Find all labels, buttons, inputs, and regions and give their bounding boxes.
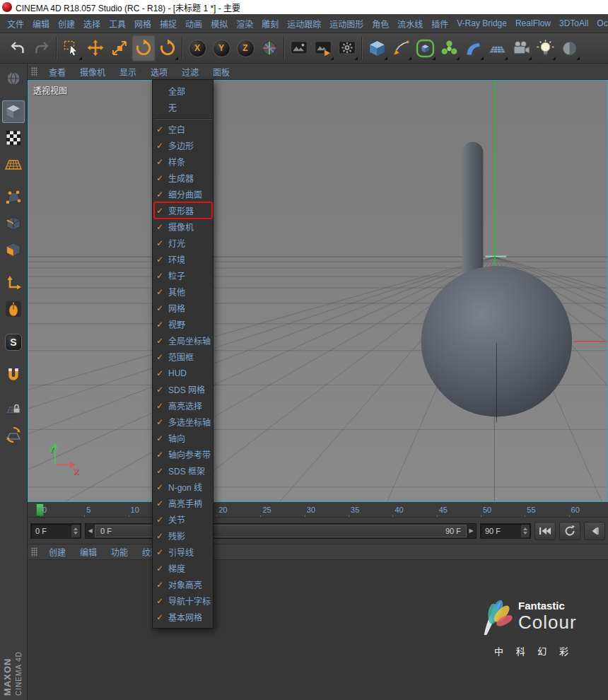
x-axis-lock-button[interactable]: X [185, 35, 209, 62]
viewport-menu-item[interactable]: 过滤 [175, 66, 206, 78]
deformer-button[interactable] [461, 35, 485, 62]
render-settings-button[interactable] [335, 35, 359, 62]
undo-button[interactable] [6, 35, 30, 62]
environment-floor-button[interactable] [485, 35, 509, 62]
menubar-item[interactable]: 动画 [181, 18, 206, 30]
material-menu-item[interactable]: 功能 [104, 546, 135, 558]
y-axis-lock-button[interactable]: Y [209, 35, 233, 62]
filter-menu-item[interactable]: ✓ 轴向参考带 [153, 446, 213, 462]
menubar-item[interactable]: 渲染 [232, 18, 257, 30]
redo-button[interactable] [30, 35, 54, 62]
z-axis-lock-button[interactable]: Z [233, 35, 257, 62]
perspective-viewport[interactable]: 透视视图 Y X [28, 80, 608, 502]
filter-menu-item[interactable]: ✓ 粒子 [153, 267, 213, 284]
filter-menu-item[interactable]: ✓ 对象高亮 [153, 576, 213, 593]
workplane-mode-button[interactable] [2, 153, 25, 175]
viewport-menu-item[interactable]: 显示 [112, 66, 144, 78]
stepper-down-icon[interactable] [74, 532, 78, 535]
menubar-item[interactable]: 创建 [54, 18, 79, 30]
menubar-item[interactable]: Octane [592, 18, 608, 28]
filter-menu-item[interactable]: ✓ 细分曲面 [153, 186, 213, 202]
filter-menu-item[interactable]: ✓ SDS 网格 [153, 381, 213, 397]
menubar-item[interactable]: 网格 [130, 18, 156, 30]
light-button[interactable] [533, 35, 557, 62]
filter-menu-item[interactable]: ✓ 生成器 [153, 170, 213, 186]
menubar-item[interactable]: 文件 [3, 18, 28, 30]
filter-menu-item[interactable]: ✓ HUD [153, 365, 213, 381]
filter-menu-item[interactable]: ✓ N-gon 线 [153, 479, 213, 495]
play-mode-button[interactable] [559, 522, 580, 540]
filter-menu-item[interactable]: ✓ 视野 [153, 316, 213, 332]
filter-menu-item[interactable]: ✓ 样条 [153, 153, 213, 170]
filter-menu-item[interactable]: ✓ 关节 [153, 511, 213, 527]
axis-mode-button[interactable] [2, 272, 25, 294]
snap-toggle-button[interactable]: S [2, 331, 25, 354]
material-manager-area[interactable]: Fantastic Colour 中 科 幻 彩 [28, 560, 608, 700]
filter-menu-item[interactable]: ✓ 多选坐标轴 [153, 414, 213, 430]
scale-tool-button[interactable] [107, 35, 131, 62]
menubar-item[interactable]: V-Ray Bridge [452, 18, 511, 28]
stepper-up-icon[interactable] [74, 527, 78, 530]
filter-menu-item[interactable]: ✓ 高亮选择 [153, 397, 213, 414]
material-menu-item[interactable]: 创建 [42, 546, 73, 558]
range-left-arrow-icon[interactable]: ◀ [86, 527, 95, 534]
end-frame-input[interactable]: 90 F [480, 523, 531, 539]
live-selection-button[interactable] [59, 35, 83, 62]
go-to-start-button[interactable] [534, 522, 556, 540]
filter-menu-item[interactable]: ✓ 全部 [153, 83, 213, 99]
frame-range-slider[interactable]: ◀ 0 F 90 F ▶ [85, 523, 477, 539]
frame-stepper[interactable] [71, 525, 80, 537]
make-editable-button[interactable] [2, 67, 25, 90]
mograph-cloner-button[interactable] [437, 35, 461, 62]
interactive-workplane-button[interactable] [2, 424, 25, 446]
menubar-item[interactable]: 角色 [368, 18, 393, 30]
frame-stepper[interactable] [521, 525, 530, 537]
menubar-item[interactable]: 雕刻 [257, 18, 283, 30]
model-mode-button[interactable] [2, 100, 25, 123]
capsule-object[interactable] [462, 142, 484, 283]
menubar-item[interactable]: 3DToAll [555, 18, 592, 28]
menubar-item[interactable]: 插件 [427, 18, 452, 30]
subdivision-surface-button[interactable] [413, 35, 437, 62]
filter-menu-item[interactable]: ✓ 轴向 [153, 430, 213, 446]
recent-tool-button[interactable] [156, 35, 180, 62]
filter-menu-item[interactable]: ✓ 灯光 [153, 235, 213, 251]
filter-menu-item[interactable]: ✓ 网格 [153, 300, 213, 316]
grip-handle-icon[interactable] [31, 67, 37, 76]
menubar-item[interactable]: 选择 [79, 18, 105, 30]
timeline-ruler[interactable]: 051015202530354045505560 [28, 502, 608, 518]
previous-frame-button[interactable] [584, 522, 605, 540]
render-picture-viewer-button[interactable] [311, 35, 335, 62]
edges-mode-button[interactable] [2, 212, 25, 235]
filter-menu-item[interactable]: ✓ 变形器 [153, 202, 213, 218]
menubar-item[interactable]: RealFlow [511, 18, 555, 28]
magnet-snap-button[interactable] [2, 364, 25, 387]
render-view-button[interactable] [287, 35, 311, 62]
camera-button[interactable] [509, 35, 533, 62]
add-cube-button[interactable] [365, 35, 389, 62]
coordinate-system-button[interactable] [257, 35, 281, 62]
points-mode-button[interactable] [2, 186, 25, 209]
viewport-menu-item[interactable]: 选项 [144, 66, 175, 78]
texture-mode-button[interactable] [2, 127, 25, 149]
filter-menu-item[interactable]: ✓ 梯度 [153, 560, 213, 576]
viewport-solo-button[interactable] [2, 298, 25, 320]
filter-menu-item[interactable]: ✓ 基本网格 [153, 609, 213, 625]
filter-menu-item[interactable]: ✓ 空白 [153, 121, 213, 137]
filter-menu-item[interactable]: ✓ 范围框 [153, 349, 213, 365]
viewport-menu-item[interactable]: 面板 [206, 66, 237, 78]
spline-pen-button[interactable] [389, 35, 413, 62]
viewport-menu-item[interactable]: 摄像机 [73, 66, 112, 78]
menubar-item[interactable]: 捕捉 [156, 18, 181, 30]
filter-menu-item[interactable]: ✓ SDS 框架 [153, 462, 213, 479]
current-frame-input[interactable]: 0 F [30, 523, 81, 539]
filter-menu-item[interactable]: ✓ 环境 [153, 251, 213, 267]
polygons-mode-button[interactable] [2, 238, 25, 261]
menubar-item[interactable]: 运动跟踪 [283, 18, 325, 30]
workplane-lock-button[interactable] [2, 397, 25, 420]
menubar-item[interactable]: 模拟 [206, 18, 232, 30]
filter-menu-item[interactable]: ✓ 高亮手柄 [153, 495, 213, 511]
range-slider-handle[interactable]: 0 F 90 F [95, 525, 467, 537]
menubar-item[interactable]: 流水线 [393, 18, 427, 30]
grip-handle-icon[interactable] [31, 547, 37, 556]
